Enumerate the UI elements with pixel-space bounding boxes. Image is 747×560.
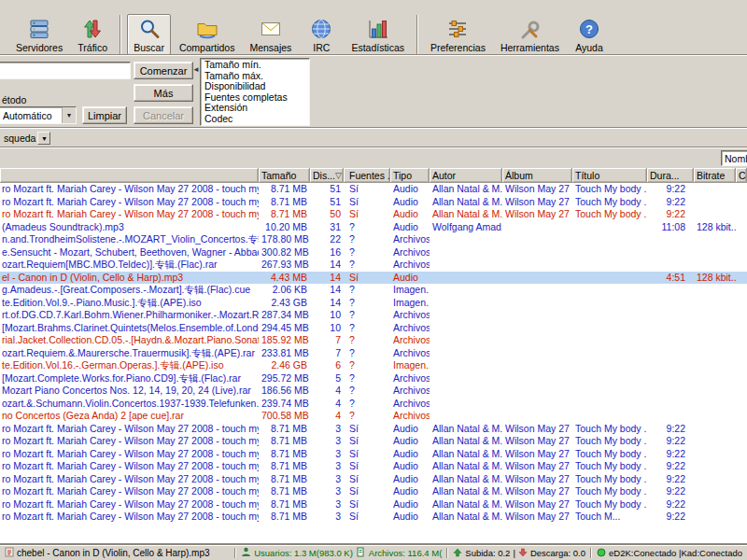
result-row[interactable]: g.Amadeus.-.[Great.Composers.-.Mozart].专… [0, 284, 747, 297]
cell-sources: ? [344, 398, 390, 411]
result-row[interactable]: ro Mozart ft. Mariah Carey - Wilson May … [0, 183, 747, 196]
column-header-name[interactable] [0, 168, 259, 182]
cell-name: ro Mozart ft. Mariah Carey - Wilson May … [0, 435, 259, 448]
result-row[interactable]: ro Mozart ft. Mariah Carey - Wilson May … [0, 208, 747, 221]
search-tab-label[interactable]: squeda [4, 133, 35, 144]
column-header-author[interactable]: Autor [430, 168, 502, 182]
result-row[interactable]: e.Sensucht - Mozart, Schubert, Beethoven… [0, 246, 747, 259]
toolbar-label: Ayuda [575, 42, 603, 53]
result-row[interactable]: ro Mozart ft. Mariah Carey - Wilson May … [0, 460, 747, 473]
toolbar-button-servers[interactable]: Servidores [9, 14, 69, 55]
cell-avail: 3 [310, 435, 344, 448]
search-param-5[interactable]: Extensión [201, 103, 309, 114]
result-row[interactable]: ro Mozart ft. Mariah Carey - Wilson May … [0, 423, 747, 436]
more-results-button[interactable]: Más [134, 84, 193, 102]
search-param-1[interactable]: Tamaño mín. [201, 60, 309, 71]
cell-size: 239.74 MB [259, 398, 310, 411]
result-row[interactable]: no Concertos (Geza Anda) 2 [ape cue].rar… [0, 410, 747, 423]
cell-album [502, 309, 572, 322]
cell-size: 8.71 MB [259, 473, 310, 486]
cell-codec [736, 473, 747, 486]
result-row[interactable]: te.Edition.Vol.16.-.German.Operas.].专辑.(… [0, 359, 747, 372]
cell-size: 185.92 MB [259, 334, 310, 347]
users-icon [241, 547, 251, 559]
cell-duration: 9:22 [647, 208, 694, 221]
result-row[interactable]: n.and.TrondheimSolistene.-.MOZART_Violin… [0, 233, 747, 246]
cell-album: Wilson May 27 ... [502, 498, 572, 511]
cell-title: Touch My body ... [572, 208, 647, 221]
connection-status-text: eD2K:Conectado |Kad:Conectado [609, 548, 742, 558]
cell-size: 8.71 MB [259, 196, 310, 209]
cell-title [572, 322, 647, 335]
toolbar-button-irc[interactable]: IRC [300, 14, 343, 55]
result-row[interactable]: ro Mozart ft. Mariah Carey - Wilson May … [0, 448, 747, 461]
search-panel: Comenzar Más étodo Automático ▼ Limpiar … [0, 56, 747, 127]
cell-author: Allan Natal & M... [430, 183, 502, 196]
cell-author: Allan Natal & M... [430, 473, 502, 486]
search-method-select[interactable]: Automático ▼ [0, 106, 77, 124]
result-row[interactable]: ro Mozart ft. Mariah Carey - Wilson May … [0, 473, 747, 486]
column-header-duration[interactable]: Dura... [647, 168, 694, 182]
column-header-album[interactable]: Álbum [502, 168, 572, 182]
result-row[interactable]: ro Mozart ft. Mariah Carey - Wilson May … [0, 196, 747, 209]
column-header-type[interactable]: Tipo [390, 168, 430, 182]
toolbar-button-tools[interactable]: Herramientas [494, 14, 566, 55]
cell-name: n.and.TrondheimSolistene.-.MOZART_Violin… [0, 233, 259, 246]
cell-size: 700.58 MB [259, 410, 310, 423]
clear-button[interactable]: Limpiar [82, 106, 127, 124]
result-row[interactable]: rial.Jacket.Collection.CD.05.-.[Haydn.&.… [0, 334, 747, 347]
cell-size: 8.71 MB [259, 498, 310, 511]
result-row[interactable]: ro Mozart ft. Mariah Carey - Wilson May … [0, 498, 747, 511]
cell-album [502, 359, 572, 372]
cell-avail: 14 [310, 259, 344, 272]
cell-author [430, 322, 502, 335]
column-header-codec[interactable]: Co... [736, 168, 747, 182]
result-row[interactable]: ozart.&.Schumann.Violin.Concertos.1937-1… [0, 398, 747, 411]
toolbar-button-preferences[interactable]: Preferencias [424, 14, 492, 55]
collapse-panel-icon[interactable]: ◄ [192, 65, 200, 74]
column-header-sources[interactable]: Fuentes ... [344, 168, 390, 182]
toolbar-button-shared[interactable]: Compartidos [173, 14, 242, 55]
result-row[interactable]: Mozart Piano Concertos Nos. 12, 14, 19, … [0, 385, 747, 398]
cell-bitrate [694, 435, 736, 448]
result-row[interactable]: ozart.Requiem.&.Maurersche.Trauermusik].… [0, 347, 747, 360]
result-row[interactable]: rt.of.DG.CD.7.Karl.Bohm.Wiener.Philharmo… [0, 309, 747, 322]
cell-type: Audio [390, 183, 430, 196]
cell-sources: ? [344, 410, 390, 423]
network-icon [0, 18, 1, 40]
result-row[interactable]: [Mozart.Complete.Works.for.Piano.CD9].专辑… [0, 372, 747, 385]
column-header-avail[interactable]: Dis...▽ [310, 168, 344, 182]
cell-avail: 4 [310, 398, 344, 411]
column-header-bitrate[interactable]: Bitrate [694, 168, 736, 182]
result-row[interactable]: ro Mozart ft. Mariah Carey - Wilson May … [0, 511, 747, 524]
search-param-3[interactable]: Disponibilidad [201, 81, 309, 92]
chevron-down-icon[interactable]: ▼ [37, 132, 50, 145]
start-search-button[interactable]: Comenzar [134, 62, 193, 79]
column-header-title[interactable]: Título [572, 168, 647, 182]
cell-name: te.Edition.Vol.16.-.German.Operas.].专辑.(… [0, 359, 259, 372]
toolbar-button-messages[interactable]: Mensajes [243, 14, 298, 55]
toolbar-button-help[interactable]: ?Ayuda [568, 14, 611, 55]
cell-sources: Sí [344, 448, 390, 461]
cell-sources: ? [344, 385, 390, 398]
result-row[interactable]: [Mozart.Brahms.Clarinet.Quintets(Melos.E… [0, 322, 747, 335]
search-param-6[interactable]: Codec [201, 114, 309, 125]
cell-duration [647, 372, 694, 385]
result-row[interactable]: te.Edition.Vol.9.-.Piano.Music.].专辑.(APE… [0, 297, 747, 310]
results-filter-input[interactable] [721, 150, 747, 166]
cell-avail: 7 [310, 347, 344, 360]
result-row[interactable]: ro Mozart ft. Mariah Carey - Wilson May … [0, 485, 747, 498]
toolbar-button-search[interactable]: Buscar [127, 14, 171, 55]
toolbar-button-connect[interactable] [0, 14, 7, 44]
cell-avail: 10 [310, 322, 344, 335]
search-name-input[interactable] [0, 62, 131, 79]
result-row[interactable]: (Amadeus Soundtrack).mp310.20 MB31?Audio… [0, 221, 747, 234]
cell-size: 300.82 MB [259, 246, 310, 259]
result-row[interactable]: ozart.Requiem[MBC.MBO.Teldec)].专辑.(Flac)… [0, 259, 747, 272]
toolbar-button-traffic[interactable]: Tráfico [71, 14, 114, 55]
column-header-size[interactable]: Tamaño [259, 168, 310, 182]
result-row[interactable]: ro Mozart ft. Mariah Carey - Wilson May … [0, 435, 747, 448]
chevron-down-icon[interactable]: ▼ [62, 107, 76, 123]
result-row[interactable]: el - Canon in D (Violin, Cello & Harp).m… [0, 272, 747, 285]
toolbar-button-statistics[interactable]: Estadísticas [345, 14, 411, 55]
